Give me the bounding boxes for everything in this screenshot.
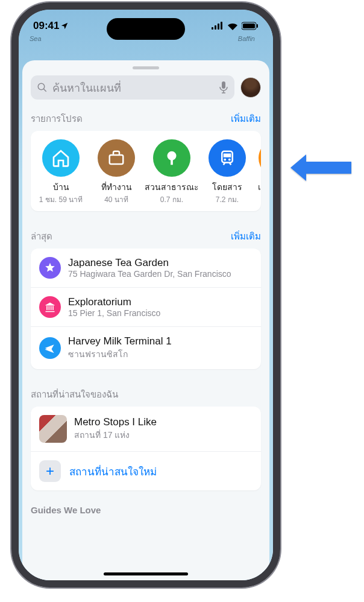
svg-rect-1	[215, 25, 216, 30]
favorite-label: บ้าน	[33, 180, 89, 194]
search-sheet[interactable]: ค้นหาในแผนที่ รายการโปรด เพิ่มเติม บ้าน …	[22, 60, 269, 580]
recent-item[interactable]: Japanese Tea Garden 75 Hagiwara Tea Gard…	[31, 249, 261, 287]
new-guide-label: สถานที่น่าสนใจใหม่	[69, 463, 157, 480]
recent-sub: 15 Pier 1, San Francisco	[68, 308, 253, 318]
favorites-title: รายการโปรด	[31, 112, 83, 126]
favorite-sub: 3.	[255, 194, 261, 202]
favorite-sub: 40 นาที	[89, 194, 144, 205]
recents-card: Japanese Tea Garden 75 Hagiwara Tea Gard…	[31, 249, 261, 369]
svg-point-11	[168, 151, 177, 160]
map-label-baffin: Baffin	[238, 35, 255, 42]
favorites-more[interactable]: เพิ่มเติม	[231, 112, 261, 126]
airplane-icon	[44, 342, 56, 354]
recent-title: Harvey Milk Terminal 1	[68, 335, 253, 347]
svg-line-8	[43, 89, 46, 92]
favorite-label: ที่ทำงาน	[89, 180, 144, 194]
svg-rect-12	[171, 160, 173, 165]
guide-thumbnail	[39, 415, 67, 443]
svg-rect-3	[221, 22, 222, 30]
tree-icon	[163, 149, 181, 167]
search-input[interactable]: ค้นหาในแผนที่	[31, 75, 234, 100]
guide-item[interactable]: Metro Stops I Like สถานที่ 17 แห่ง	[31, 407, 261, 451]
avatar[interactable]	[240, 77, 261, 98]
phone-frame: Sea Baffin 09:41 ค้นหาในแผนที่	[11, 2, 280, 588]
briefcase-icon	[107, 149, 125, 167]
svg-point-7	[38, 83, 45, 90]
svg-rect-10	[110, 155, 124, 164]
my-guides-card: Metro Stops I Like สถานที่ 17 แห่ง + สถา…	[31, 407, 261, 490]
guides-we-love-title: Guides We Love	[22, 493, 269, 515]
annotation-arrow	[288, 152, 354, 183]
home-icon	[51, 148, 71, 168]
svg-rect-2	[218, 24, 219, 30]
sheet-grabber[interactable]	[133, 66, 159, 69]
favorite-sub: 7.2 กม.	[199, 194, 255, 205]
recents-more[interactable]: เพิ่มเติม	[231, 229, 261, 244]
recent-item[interactable]: Exploratorium 15 Pier 1, San Francisco	[31, 287, 261, 326]
dynamic-island	[107, 18, 185, 40]
svg-point-14	[224, 159, 226, 161]
svg-rect-6	[257, 24, 258, 28]
favorite-label: เครื่อ	[255, 180, 261, 194]
svg-point-15	[228, 159, 231, 161]
star-icon	[44, 262, 56, 274]
my-guides-title: สถานที่น่าสนใจของฉัน	[31, 387, 118, 402]
map-label-sea: Sea	[30, 35, 42, 42]
svg-rect-0	[212, 27, 213, 30]
svg-rect-9	[222, 81, 225, 89]
svg-rect-16	[224, 154, 231, 157]
favorites-card[interactable]: บ้าน 1 ชม. 59 นาที ที่ทำงาน 40 นาที สวนส…	[31, 131, 261, 211]
home-indicator[interactable]	[104, 572, 188, 575]
recent-title: Japanese Tea Garden	[68, 257, 253, 269]
guide-title: Metro Stops I Like	[74, 416, 253, 428]
battery-icon	[242, 22, 259, 30]
search-icon	[37, 82, 48, 93]
search-placeholder: ค้นหาในแผนที่	[52, 79, 214, 97]
favorite-work[interactable]: ที่ทำงาน 40 นาที	[89, 139, 144, 205]
wifi-icon	[227, 22, 238, 30]
train-icon	[218, 149, 236, 167]
location-arrow-icon	[60, 22, 69, 30]
status-time: 09:41	[33, 20, 69, 32]
svg-rect-5	[243, 24, 255, 28]
favorite-park[interactable]: สวนสาธารณะ 0.7 กม.	[144, 139, 199, 205]
favorite-home[interactable]: บ้าน 1 ชม. 59 นาที	[33, 139, 89, 205]
favorite-label: โดยสาร	[199, 180, 255, 194]
new-guide-button[interactable]: + สถานที่น่าสนใจใหม่	[31, 451, 261, 490]
favorite-label: สวนสาธารณะ	[144, 180, 199, 194]
plus-icon: +	[39, 460, 61, 482]
favorite-sub: 1 ชม. 59 นาที	[33, 194, 89, 205]
recents-title: ล่าสุด	[31, 229, 52, 244]
status-time-text: 09:41	[33, 20, 59, 32]
favorite-transit[interactable]: โดยสาร 7.2 กม.	[199, 139, 255, 205]
museum-icon	[44, 301, 56, 313]
favorite-plane[interactable]: เครื่อ 3.	[255, 139, 261, 205]
mic-icon[interactable]	[219, 81, 228, 93]
cellular-icon	[212, 22, 224, 30]
recent-sub: ซานฟรานซิสโก	[68, 347, 253, 361]
guide-sub: สถานที่ 17 แห่ง	[74, 428, 253, 442]
recent-item[interactable]: Harvey Milk Terminal 1 ซานฟรานซิสโก	[31, 326, 261, 369]
favorite-sub: 0.7 กม.	[144, 194, 199, 205]
recent-title: Exploratorium	[68, 296, 253, 308]
recent-sub: 75 Hagiwara Tea Garden Dr, San Francisco	[68, 269, 253, 279]
